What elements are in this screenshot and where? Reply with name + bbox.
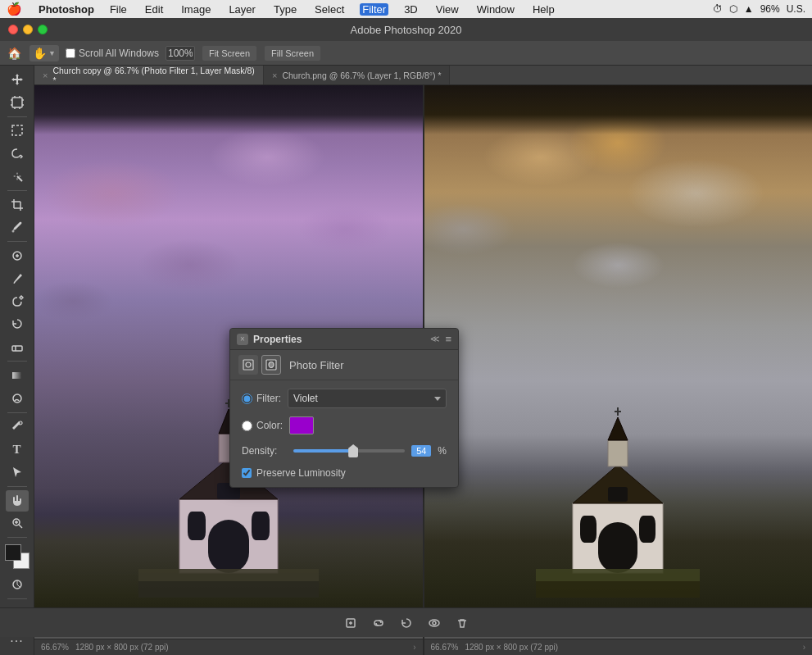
maximize-window-button[interactable] <box>38 25 48 34</box>
color-swatch[interactable] <box>289 416 314 434</box>
zoom-tool-button[interactable] <box>6 513 29 534</box>
tool-separator-7 <box>7 537 27 538</box>
fg-bg-colors[interactable] <box>5 544 29 568</box>
menu-edit[interactable]: Edit <box>143 3 166 16</box>
eraser-tool-button[interactable] <box>6 336 29 357</box>
panel-menu-button[interactable]: ≡ <box>445 333 451 345</box>
svg-point-62 <box>433 621 436 625</box>
color-radio-input[interactable] <box>242 421 252 431</box>
scroll-all-windows-label: Scroll All Windows <box>79 48 159 59</box>
options-bar: 🏠 ✋ ▼ Scroll All Windows Fit Screen Fill… <box>0 41 812 66</box>
menu-3d[interactable]: 3D <box>401 3 420 16</box>
color-radio-label[interactable]: Color: <box>242 420 283 431</box>
panel-close-button[interactable]: × <box>237 334 248 345</box>
density-percent-label: % <box>438 445 447 457</box>
quick-mask-button[interactable] <box>6 574 29 595</box>
document-view-right: 66.67% 1280 px × 800 px (72 ppi) › <box>424 85 813 655</box>
home-button[interactable]: 🏠 <box>5 44 23 62</box>
lasso-tool-button[interactable] <box>6 143 29 164</box>
tool-separator-8 <box>7 598 27 599</box>
svg-rect-51 <box>639 516 655 543</box>
delete-layer-button[interactable] <box>452 613 472 633</box>
history-state-button[interactable] <box>397 613 416 633</box>
fit-screen-button[interactable]: Fit Screen <box>202 45 257 61</box>
brush-tool-button[interactable] <box>6 268 29 289</box>
density-slider[interactable] <box>293 449 405 453</box>
type-tool-button[interactable]: T <box>6 439 29 460</box>
artboard-tool-button[interactable] <box>6 92 29 113</box>
menu-file[interactable]: File <box>107 3 129 16</box>
panel-collapse-button[interactable]: ≪ <box>430 334 440 344</box>
minimize-window-button[interactable] <box>23 25 33 34</box>
document-tab-church-copy[interactable]: × Church copy @ 66.7% (Photo Filter 1, L… <box>34 66 264 84</box>
preserve-luminosity-checkbox[interactable] <box>242 468 252 478</box>
crop-tool-button[interactable] <box>6 194 29 216</box>
magic-wand-tool-button[interactable] <box>6 166 29 187</box>
spot-heal-tool-button[interactable] <box>6 245 29 266</box>
svg-rect-45 <box>138 569 319 581</box>
doc-arrow-left[interactable]: › <box>413 643 415 652</box>
hand-tool-button[interactable]: ✋ ▼ <box>29 45 59 61</box>
add-layer-button[interactable] <box>341 613 361 633</box>
doc-status-left: 66.67% 1280 px × 800 px (72 ppi) › <box>34 639 423 655</box>
menu-type[interactable]: Type <box>271 3 299 16</box>
menu-layer[interactable]: Layer <box>226 3 258 16</box>
preserve-luminosity-row: Preserve Luminosity <box>242 467 447 479</box>
path-select-tool-button[interactable] <box>6 462 29 483</box>
preserve-luminosity-label: Preserve Luminosity <box>256 467 346 479</box>
zoom-input[interactable] <box>166 46 195 61</box>
apple-logo-icon[interactable]: 🍎 <box>7 2 22 16</box>
properties-panel: × Properties ≪ ≡ Photo Filter <box>229 328 459 488</box>
move-tool-button[interactable] <box>6 69 29 90</box>
document-canvas-right[interactable] <box>424 85 813 639</box>
panel-body: Filter: Violet Warming Filter (85) Warmi… <box>230 380 458 487</box>
link-layers-button[interactable] <box>369 613 388 633</box>
filter-radio-input[interactable] <box>242 393 252 404</box>
app-name: Photoshop <box>39 3 94 16</box>
filter-dropdown[interactable]: Violet Warming Filter (85) Warming Filte… <box>288 389 447 408</box>
svg-rect-52 <box>608 487 628 502</box>
svg-rect-38 <box>188 512 206 540</box>
hand-tool-dropdown-arrow[interactable]: ▼ <box>48 49 56 57</box>
visibility-button[interactable] <box>424 613 444 633</box>
foreground-color-swatch[interactable] <box>5 544 21 561</box>
svg-rect-49 <box>598 522 637 573</box>
svg-point-19 <box>11 230 14 233</box>
panel-mask-icon-button[interactable] <box>261 355 281 375</box>
clone-stamp-tool-button[interactable] <box>6 291 29 312</box>
eyedropper-tool-button[interactable] <box>6 217 29 239</box>
close-doc-church-copy[interactable]: × <box>43 71 48 80</box>
filter-radio-label[interactable]: Filter: <box>242 393 281 404</box>
hand-pan-tool-button[interactable] <box>6 490 29 512</box>
panel-adjustment-icon-button[interactable] <box>238 355 258 375</box>
svg-rect-37 <box>208 520 249 573</box>
density-slider-container <box>293 443 405 459</box>
menu-select[interactable]: Select <box>312 3 347 16</box>
document-tab-church-png[interactable]: × Church.png @ 66.7% (Layer 1, RGB/8°) * <box>264 66 450 84</box>
tool-separator-5 <box>7 412 27 413</box>
menu-view[interactable]: View <box>433 3 461 16</box>
pen-tool-button[interactable] <box>6 416 29 438</box>
fill-screen-button[interactable]: Fill Screen <box>264 45 321 61</box>
svg-rect-63 <box>243 360 253 370</box>
menu-help[interactable]: Help <box>530 3 557 16</box>
tool-separator-6 <box>7 486 27 487</box>
color-label: Color: <box>256 420 283 431</box>
svg-point-66 <box>269 362 274 368</box>
dodge-burn-tool-button[interactable] <box>6 388 29 409</box>
traffic-lights <box>8 25 48 34</box>
menu-filter[interactable]: Filter <box>360 3 388 16</box>
scroll-all-windows-checkbox[interactable] <box>66 48 75 58</box>
gradient-tool-button[interactable] <box>6 365 29 386</box>
marquee-tool-button[interactable] <box>6 120 29 141</box>
menu-window[interactable]: Window <box>474 3 517 16</box>
svg-rect-39 <box>252 512 270 540</box>
doc-arrow-right[interactable]: › <box>803 643 805 652</box>
history-brush-tool-button[interactable] <box>6 314 29 335</box>
close-doc-church-png[interactable]: × <box>272 71 277 80</box>
svg-line-10 <box>17 176 22 181</box>
color-row: Color: <box>242 416 447 434</box>
menu-image[interactable]: Image <box>179 3 213 16</box>
bluetooth-icon: ⬡ <box>729 3 737 15</box>
close-window-button[interactable] <box>8 25 18 34</box>
